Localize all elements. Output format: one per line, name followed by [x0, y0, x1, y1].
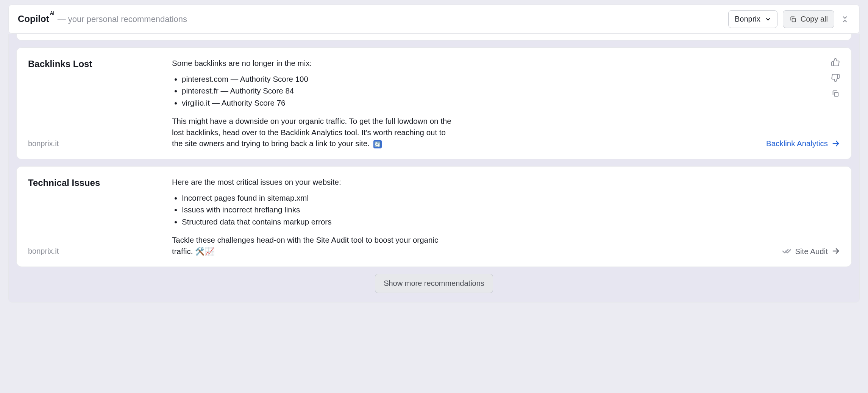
card-body: Here are the most critical issues on you… — [172, 176, 452, 257]
chevron-down-icon — [765, 16, 771, 22]
card-right: Site Audit — [757, 176, 840, 257]
svg-rect-1 — [834, 92, 838, 96]
subtitle-dash: — — [58, 14, 68, 24]
thumbs-down-icon[interactable] — [831, 73, 840, 83]
recommendation-card-technical: Technical Issues bonprix.it Here are the… — [16, 166, 852, 267]
backlink-analytics-link[interactable]: Backlink Analytics — [766, 138, 840, 149]
header-bar: CopilotAI — your personal recommendation… — [8, 5, 860, 34]
thumbs-up-icon[interactable] — [831, 58, 840, 67]
recommendation-card-backlinks: Backlinks Lost bonprix.it Some backlinks… — [16, 47, 852, 159]
list-item: Issues with incorrect hreflang links — [182, 204, 452, 215]
card-list: pinterest.com — Authority Score 100 pint… — [172, 73, 452, 109]
show-more-wrap: Show more recommendations — [16, 274, 852, 293]
collapse-icon — [841, 16, 849, 23]
card-domain: bonprix.it — [28, 138, 168, 149]
show-more-button[interactable]: Show more recommendations — [375, 274, 493, 293]
app-subtitle: — your personal recommendations — [58, 13, 187, 25]
arrow-right-icon — [832, 139, 840, 148]
previous-card-peek — [16, 34, 852, 41]
copy-icon — [789, 16, 797, 23]
list-item: Structured data that contains markup err… — [182, 216, 452, 228]
subtitle-text: your personal recommendations — [68, 14, 187, 24]
header-actions: Bonprix Copy all — [728, 10, 850, 28]
svg-rect-0 — [792, 18, 795, 22]
list-item: virgilio.it — Authority Score 76 — [182, 97, 452, 109]
copy-all-label: Copy all — [801, 14, 828, 25]
card-domain: bonprix.it — [28, 246, 168, 257]
card-right: Backlink Analytics — [757, 58, 840, 149]
show-more-label: Show more recommendations — [384, 279, 484, 287]
arrow-right-icon — [832, 247, 840, 255]
header-title-group: CopilotAI — your personal recommendation… — [18, 12, 187, 26]
card-left: Backlinks Lost bonprix.it — [28, 58, 168, 149]
card-title: Backlinks Lost — [28, 58, 168, 71]
card-left: Technical Issues bonprix.it — [28, 176, 168, 257]
card-body: Some backlinks are no longer in the mix:… — [172, 58, 452, 149]
content-area: Backlinks Lost bonprix.it Some backlinks… — [8, 34, 860, 303]
feedback-icons — [831, 58, 840, 98]
card-title: Technical Issues — [28, 176, 168, 190]
ai-badge: AI — [50, 10, 55, 17]
project-dropdown-value: Bonprix — [735, 14, 760, 25]
card-list: Incorrect pages found in sitemap.xml Iss… — [172, 192, 452, 228]
list-item: pinterest.fr — Authority Score 84 — [182, 85, 452, 97]
link-label: Backlink Analytics — [766, 138, 828, 149]
card-outro: Tackle these challenges head-on with the… — [172, 234, 452, 257]
copy-all-button[interactable]: Copy all — [783, 10, 834, 28]
double-check-icon — [782, 246, 791, 256]
list-item: pinterest.com — Authority Score 100 — [182, 73, 452, 85]
list-item: Incorrect pages found in sitemap.xml — [182, 192, 452, 204]
app-title-text: Copilot — [18, 12, 49, 26]
refresh-emoji-icon: 🔄 — [373, 140, 382, 148]
site-audit-link[interactable]: Site Audit — [782, 246, 840, 257]
copy-card-icon[interactable] — [831, 89, 840, 98]
card-outro-text: This might have a downside on your organ… — [172, 117, 451, 148]
card-intro: Here are the most critical issues on you… — [172, 176, 452, 188]
project-dropdown[interactable]: Bonprix — [728, 10, 777, 28]
tools-emoji-icon: 🛠️📈 — [195, 247, 215, 256]
card-intro: Some backlinks are no longer in the mix: — [172, 58, 452, 69]
link-label: Site Audit — [795, 246, 828, 257]
card-outro: This might have a downside on your organ… — [172, 115, 452, 149]
close-button[interactable] — [840, 14, 850, 25]
app-title: CopilotAI — [18, 12, 55, 26]
